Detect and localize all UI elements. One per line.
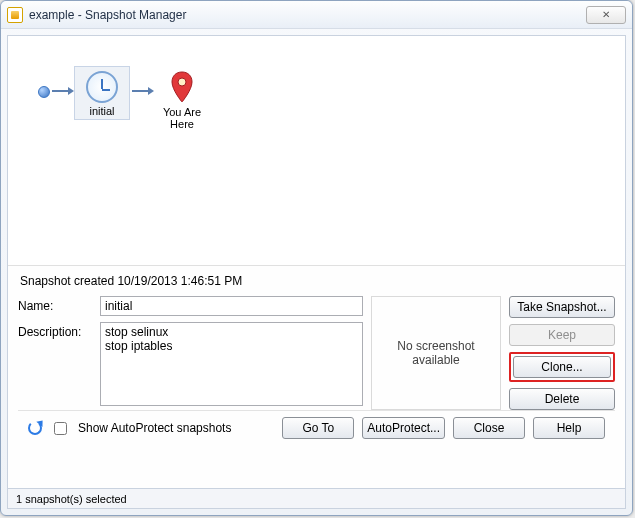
you-are-here-label-1: You Are bbox=[163, 106, 201, 118]
clone-button[interactable]: Clone... bbox=[513, 356, 611, 378]
snapshot-icon bbox=[86, 71, 118, 103]
arrow-icon bbox=[50, 66, 74, 116]
snapshot-manager-window: example - Snapshot Manager ✕ initial bbox=[0, 0, 633, 516]
status-text: 1 snapshot(s) selected bbox=[16, 493, 127, 505]
snapshot-node-initial[interactable]: initial bbox=[74, 66, 130, 120]
snapshot-node-label: initial bbox=[89, 105, 114, 117]
take-snapshot-button[interactable]: Take Snapshot... bbox=[509, 296, 615, 318]
side-buttons: Take Snapshot... Keep Clone... Delete bbox=[509, 296, 615, 410]
description-field[interactable] bbox=[100, 322, 363, 406]
window-title: example - Snapshot Manager bbox=[29, 8, 586, 22]
show-autoprotect-label: Show AutoProtect snapshots bbox=[78, 421, 231, 435]
close-icon: ✕ bbox=[602, 9, 610, 20]
name-label: Name: bbox=[18, 296, 92, 313]
details-pane: Snapshot created 10/19/2013 1:46:51 PM N… bbox=[8, 266, 625, 488]
goto-button[interactable]: Go To bbox=[282, 417, 354, 439]
autoprotect-button[interactable]: AutoProtect... bbox=[362, 417, 445, 439]
keep-button: Keep bbox=[509, 324, 615, 346]
name-field[interactable] bbox=[100, 296, 363, 316]
client-area: initial You Are Here S bbox=[7, 35, 626, 509]
you-are-here-node[interactable]: You Are Here bbox=[154, 66, 210, 132]
window-close-button[interactable]: ✕ bbox=[586, 6, 626, 24]
show-autoprotect-checkbox[interactable] bbox=[54, 422, 67, 435]
status-bar: 1 snapshot(s) selected bbox=[8, 488, 625, 508]
svg-point-4 bbox=[178, 78, 186, 86]
snapshot-chain: initial You Are Here bbox=[38, 66, 210, 132]
clone-highlight: Clone... bbox=[509, 352, 615, 382]
app-icon bbox=[7, 7, 23, 23]
bottom-bar: Show AutoProtect snapshots Go To AutoPro… bbox=[18, 410, 615, 445]
description-label: Description: bbox=[18, 322, 92, 339]
no-screenshot-label: No screenshot available bbox=[372, 339, 500, 367]
help-button[interactable]: Help bbox=[533, 417, 605, 439]
title-bar: example - Snapshot Manager ✕ bbox=[1, 1, 632, 29]
pin-icon bbox=[169, 70, 195, 104]
screenshot-preview: No screenshot available bbox=[371, 296, 501, 410]
close-button[interactable]: Close bbox=[453, 417, 525, 439]
arrow-icon bbox=[130, 66, 154, 116]
snapshot-created-text: Snapshot created 10/19/2013 1:46:51 PM bbox=[20, 274, 615, 288]
refresh-icon[interactable] bbox=[28, 421, 42, 435]
root-node-icon[interactable] bbox=[38, 86, 50, 98]
delete-button[interactable]: Delete bbox=[509, 388, 615, 410]
snapshot-tree[interactable]: initial You Are Here bbox=[8, 36, 625, 266]
you-are-here-label-2: Here bbox=[170, 118, 194, 130]
